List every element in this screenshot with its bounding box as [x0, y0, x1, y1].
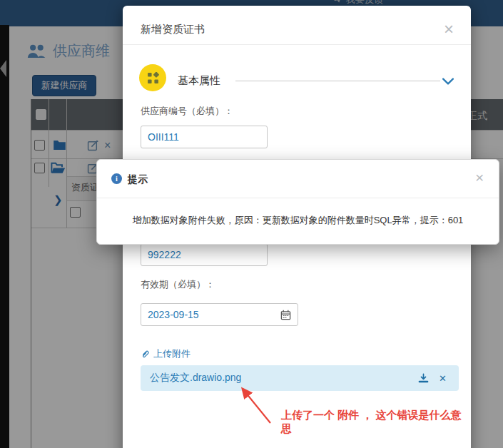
validity-label: 有效期（必填）： — [141, 278, 215, 291]
alert-message: 增加数据对象附件失败，原因：更新数据对象的附件数量时SQL异常，提示：601 — [97, 214, 499, 227]
dialog-close-icon[interactable]: × — [444, 21, 454, 37]
validity-date-input[interactable]: 2023-09-15 — [141, 303, 298, 326]
remove-attachment-icon[interactable]: ✕ — [439, 373, 447, 384]
dialog-header-divider — [123, 44, 471, 45]
info-icon: i — [111, 173, 122, 184]
annotation-text: 上传了一个 附件 ， 这个错误是什么意思 — [281, 409, 471, 436]
upload-attachment-label: 上传附件 — [153, 347, 190, 360]
alert-header-divider — [97, 198, 499, 198]
section-collapse-chevron-icon[interactable] — [442, 76, 454, 88]
screen: 我要反馈 供应商维 新建供应商 正式 × — [0, 0, 503, 448]
alert-dialog: i 提示 × 增加数据对象附件失败，原因：更新数据对象的附件数量时SQL异常，提… — [96, 159, 499, 245]
upload-attachment-link[interactable]: 上传附件 — [141, 347, 190, 360]
supplier-code-input[interactable] — [141, 126, 268, 148]
dialog-title: 新增资质证书 — [141, 23, 205, 36]
annotation-arrow — [233, 380, 278, 427]
section-divider — [235, 81, 440, 81]
cert-number-input[interactable] — [141, 243, 268, 266]
supplier-code-label: 供应商编号（必填）： — [141, 105, 233, 118]
validity-date-value: 2023-09-15 — [148, 309, 280, 320]
alert-title: 提示 — [128, 173, 148, 186]
attachment-filename[interactable]: 公告发文.drawio.png — [141, 372, 418, 385]
category-icon — [139, 64, 166, 91]
paperclip-icon — [141, 350, 150, 359]
calendar-icon[interactable] — [280, 310, 291, 320]
section-title: 基本属性 — [178, 74, 220, 88]
download-icon[interactable] — [418, 373, 429, 384]
attachment-item: 公告发文.drawio.png ✕ — [141, 365, 459, 391]
alert-close-icon[interactable]: × — [475, 170, 484, 185]
